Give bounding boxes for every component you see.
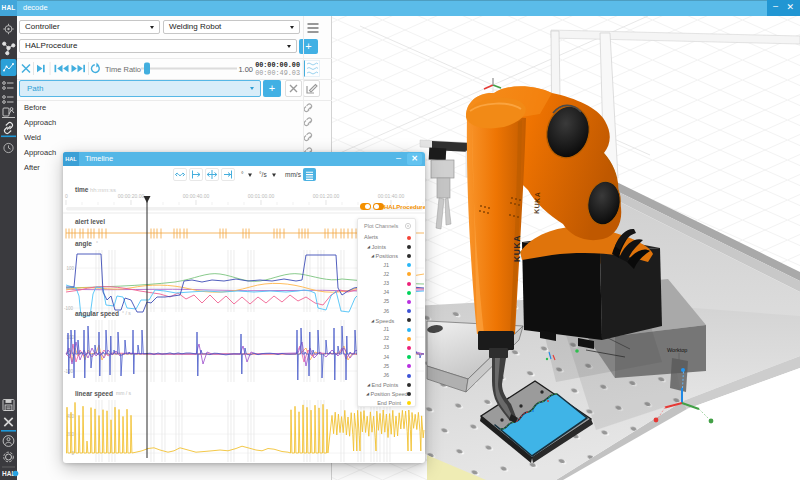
svg-text:mm / s: mm / s bbox=[116, 390, 131, 396]
svg-text:0: 0 bbox=[65, 193, 68, 199]
svg-text:00:00:00.00: 00:00:00.00 bbox=[255, 61, 300, 69]
svg-text:alert level: alert level bbox=[75, 218, 105, 225]
svg-text:100: 100 bbox=[66, 266, 74, 271]
svg-text:angular speed: angular speed bbox=[75, 310, 119, 318]
svg-text:00:00:20.00: 00:00:20.00 bbox=[118, 193, 145, 199]
svg-text:1.00: 1.00 bbox=[238, 65, 253, 74]
svg-text:°: ° bbox=[96, 240, 98, 246]
svg-text:time: time bbox=[75, 186, 89, 193]
svg-text:mm/s: mm/s bbox=[285, 171, 302, 178]
svg-text:00:01:20.00: 00:01:20.00 bbox=[313, 193, 340, 199]
svg-text:Worktop: Worktop bbox=[667, 347, 687, 353]
svg-text:00:00:49.03: 00:00:49.03 bbox=[255, 69, 300, 77]
svg-text:linear speed: linear speed bbox=[75, 390, 113, 398]
svg-text:00:01:40.00: 00:01:40.00 bbox=[378, 193, 405, 199]
svg-text:00:01:00.00: 00:01:00.00 bbox=[248, 193, 275, 199]
svg-text:-100: -100 bbox=[64, 306, 74, 311]
svg-text:°: ° bbox=[241, 171, 244, 178]
svg-text:KUKA: KUKA bbox=[533, 191, 541, 214]
svg-text:angle: angle bbox=[75, 240, 92, 248]
svg-text:° / s: ° / s bbox=[122, 310, 131, 316]
svg-text:°/s: °/s bbox=[259, 171, 267, 178]
svg-text:KUKA: KUKA bbox=[512, 235, 522, 262]
svg-text:Time Ratio: Time Ratio bbox=[105, 65, 141, 74]
svg-text:00:00:40.00: 00:00:40.00 bbox=[183, 193, 210, 199]
svg-text:hh:mm:ss: hh:mm:ss bbox=[90, 187, 116, 193]
